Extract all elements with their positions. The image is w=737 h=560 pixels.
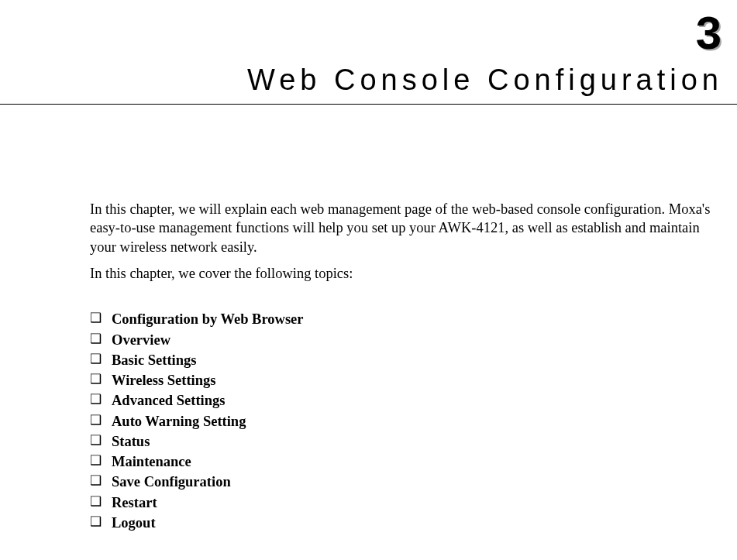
topic-item: Maintenance [112,452,723,472]
topics-intro: In this chapter, we cover the following … [90,264,723,283]
topic-item: Auto Warning Setting [112,411,723,431]
topic-item: Wireless Settings [112,370,723,390]
topic-item: Advanced Settings [112,390,723,411]
topic-item: Basic Settings [112,350,723,370]
chapter-title: Web Console Configuration [247,64,723,97]
chapter-number: 3 [696,6,722,60]
topic-item: Status [112,431,723,452]
topic-item: Restart [112,493,723,513]
title-divider [0,104,737,105]
topic-item: Save Configuration [112,472,723,492]
intro-paragraph: In this chapter, we will explain each we… [90,200,723,256]
topic-item: Configuration by Web Browser [112,309,723,329]
content-area: In this chapter, we will explain each we… [90,200,723,533]
topic-item: Logout [112,513,723,533]
topic-item: Overview [112,330,723,350]
topics-list: Configuration by Web Browser Overview Ba… [90,309,723,533]
